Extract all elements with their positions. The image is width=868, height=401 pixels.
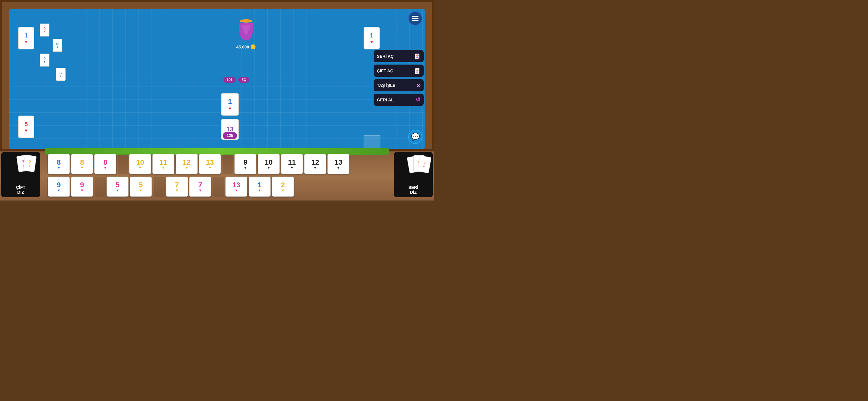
bottom-score-badge: 125 [223, 132, 237, 139]
hand-tile-10-black[interactable]: 10 ♥ [258, 154, 280, 174]
board-card[interactable]: 10 ♣ [53, 39, 62, 52]
player-left-top-card: 1 ♥ [18, 27, 34, 50]
card-suit: ♥ [25, 39, 27, 44]
diz-label: DİZ [18, 190, 24, 195]
game-board: 6 ♥ 7 ♥ 8 ♥ 9 ♥ 10 ♠ 10 ♦ 10 ♥ 10 [9, 9, 425, 149]
stack-card-suit: ♦ [28, 164, 30, 167]
chat-button[interactable]: 💬 [408, 130, 423, 144]
player-left-bottom-card: 5 ♥ [18, 116, 34, 138]
card-number: 1 [370, 32, 373, 39]
tile-rack: 8 ♥ 8 ♥ 8 ♥ 10 ♥ 11 ♥ 12 ♥ 13 ♥ 9 ♥ 10 ♥ [0, 149, 434, 201]
geri-al-icon: ↺ [415, 96, 421, 103]
hand-tile-13-pink[interactable]: 13 ♥ [225, 177, 247, 197]
hand-tile-9-blue[interactable]: 9 ♥ [48, 177, 70, 197]
svg-rect-1 [244, 19, 248, 22]
hand-tile-9-pink[interactable]: 9 ♥ [71, 177, 93, 197]
pot-amount: 45.000 🪙 [237, 44, 256, 50]
card-suit: ♥ [370, 39, 373, 44]
card-number: 1 [25, 32, 28, 39]
tile-gap-1 [118, 154, 128, 174]
seri-label: SERİ [408, 185, 418, 190]
hand-tile-8-blue[interactable]: 8 ♥ [48, 154, 70, 174]
tile-gap-3 [95, 177, 106, 197]
center-card-1[interactable]: 1 ♥ [221, 93, 239, 116]
tas-isle-button[interactable]: TAŞ İŞLE ⊙ [374, 79, 424, 91]
hand-tile-7-pink[interactable]: 7 ♥ [189, 177, 211, 197]
cift-ac-label: ÇİFT AÇ [377, 68, 393, 73]
hand-tile-8-yellow[interactable]: 8 ♥ [71, 154, 93, 174]
score-badges: 101 5Ç [223, 77, 249, 83]
hand-tile-13-yellow[interactable]: 13 ♥ [199, 154, 221, 174]
diz-label-2: DİZ [410, 190, 417, 195]
geri-al-label: GERİ AL [377, 97, 394, 102]
tas-isle-icon: ⊙ [416, 82, 421, 89]
card-num: 9 [423, 161, 426, 165]
stack-card-right: 7 ♦ [23, 155, 37, 173]
hand-tile-12-yellow[interactable]: 12 ♥ [176, 154, 197, 174]
board-card[interactable]: 9 ♣ [40, 54, 50, 66]
rack-green-border [45, 148, 389, 155]
tas-isle-label: TAŞ İŞLE [377, 83, 396, 88]
seri-ac-icon: 🃏 [414, 53, 421, 59]
tile-gap-2 [223, 154, 233, 174]
board-card[interactable]: 12 ♣ [56, 68, 66, 81]
center-card-1-suit: ♥ [228, 106, 231, 111]
cift-label: ÇİFT [16, 185, 26, 190]
menu-line-1 [412, 16, 418, 17]
hand-tile-7-yellow[interactable]: 7 ♥ [166, 177, 188, 197]
hand-tile-11-black[interactable]: 11 ♥ [281, 154, 303, 174]
hand-tile-12-black[interactable]: 12 ♥ [304, 154, 326, 174]
grid-overlay [9, 9, 425, 149]
hand-tile-13-black[interactable]: 13 ♥ [328, 154, 349, 174]
chat-icon: 💬 [411, 133, 420, 141]
hand-tile-2-yellow[interactable]: 2 ♥ [272, 177, 294, 197]
hand-tile-1-blue[interactable]: 1 ♥ [249, 177, 271, 197]
board-card[interactable]: 9 ♥ [40, 24, 50, 36]
menu-button[interactable] [408, 11, 423, 26]
player-right-top-card: 1 ♥ [364, 27, 380, 50]
cift-ac-icon: 🃏 [414, 68, 421, 74]
cift-ac-button[interactable]: ÇİFT AÇ 🃏 [374, 65, 424, 77]
score-value: 125 [223, 132, 237, 139]
card-suit: ♥ [423, 165, 425, 168]
pot-value: 45.000 [237, 44, 249, 50]
pot-icon [235, 17, 257, 43]
seri-ac-button[interactable]: SERİ AÇ 🃏 [374, 50, 424, 62]
stack-card-3: 9 ♥ [417, 155, 431, 173]
hand-tile-8-pink[interactable]: 8 ♥ [94, 154, 116, 174]
score-badge-101: 101 [223, 77, 236, 83]
stack-card-num: 7 [28, 159, 31, 164]
svg-rect-2 [239, 23, 253, 25]
center-card-1-num: 1 [228, 97, 232, 106]
hand-tile-5-yellow[interactable]: 5 ♥ [130, 177, 152, 197]
menu-line-3 [412, 20, 418, 21]
tile-gap-4 [154, 177, 165, 197]
hand-tile-9-black[interactable]: 9 ♥ [235, 154, 256, 174]
geri-al-button[interactable]: GERİ AL ↺ [374, 94, 424, 106]
card-suit: ♥ [25, 128, 27, 133]
cift-diz-button[interactable]: 7 ♥ 7 ♦ ÇİFT DİZ [1, 152, 40, 197]
menu-line-2 [412, 18, 418, 19]
seri-diz-button[interactable]: 7 ♥ 8 ♦ 9 ♥ SERİ DİZ [394, 152, 433, 197]
score-badge-5c: 5Ç [238, 77, 249, 83]
hand-tile-5-pink[interactable]: 5 ♥ [106, 177, 128, 197]
seri-ac-label: SERİ AÇ [377, 54, 394, 59]
tile-gap-5 [213, 177, 224, 197]
coin-icon: 🪙 [250, 44, 256, 50]
hand-tile-10-yellow[interactable]: 10 ♥ [129, 154, 151, 174]
card-number: 5 [25, 121, 28, 128]
hand-tile-11-yellow[interactable]: 11 ♥ [152, 154, 175, 174]
pot-area: 45.000 🪙 [235, 17, 257, 50]
